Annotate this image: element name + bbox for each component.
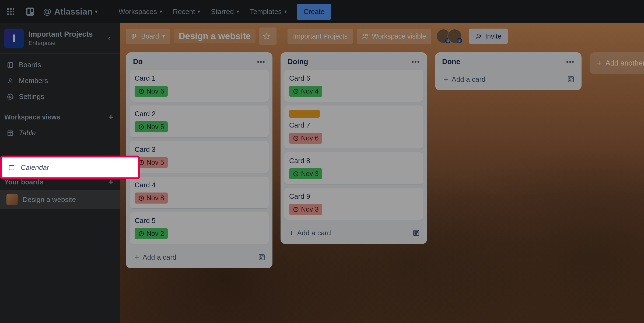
user-plus-icon: [475, 33, 482, 39]
chevron-down-icon: ▾: [162, 33, 165, 39]
svg-rect-35: [415, 232, 418, 233]
card[interactable]: Card 4 Nov 8: [130, 177, 269, 208]
visibility-label: Workspace visible: [372, 32, 426, 40]
template-icon: [413, 229, 420, 236]
list-title[interactable]: Doing: [288, 58, 308, 66]
sidebar-item-members[interactable]: Members: [0, 73, 120, 89]
nav-templates-label: Templates: [250, 8, 282, 16]
clock-icon: [138, 231, 144, 237]
svg-rect-14: [134, 34, 135, 37]
board-icon: [131, 33, 138, 39]
card[interactable]: Card 8 Nov 3: [284, 152, 423, 184]
chevron-down-icon: ▾: [160, 9, 162, 15]
visibility-button[interactable]: Workspace visible: [357, 29, 431, 44]
sidebar-item-label: Calendar: [21, 163, 49, 172]
list-title[interactable]: Do: [133, 58, 143, 66]
star-board-button[interactable]: [259, 28, 276, 45]
avatar[interactable]: ≡: [447, 29, 462, 43]
list: Do ••• Card 1 Nov 6 Card 2 Nov 5 Card 3 …: [126, 52, 272, 268]
gear-icon: [6, 93, 14, 101]
add-card-button[interactable]: +Add a card: [441, 73, 488, 86]
list-header: Do •••: [130, 57, 269, 70]
svg-rect-38: [569, 78, 572, 79]
card-template-button[interactable]: [257, 252, 267, 262]
chevron-left-icon: [107, 36, 112, 41]
board-header: Board ▾ Design a website Important Proje…: [120, 23, 644, 49]
sidebar-collapse-button[interactable]: [104, 33, 115, 44]
clock-icon: [293, 171, 299, 177]
card[interactable]: Card 3 Nov 5: [130, 141, 269, 173]
card[interactable]: Card 9 Nov 3: [284, 188, 423, 220]
card-template-button[interactable]: [566, 74, 576, 84]
list-header: Doing •••: [284, 57, 423, 70]
card-template-button[interactable]: [411, 228, 421, 238]
table-icon: [6, 129, 14, 137]
add-card-button[interactable]: +Add a card: [286, 226, 334, 240]
board-view-switcher[interactable]: Board ▾: [126, 29, 170, 44]
svg-rect-28: [260, 256, 263, 257]
top-navbar: @Atlassian ▾ Workspaces▾ Recent▾ Starred…: [0, 0, 644, 23]
board-icon: [6, 61, 14, 69]
brand-switcher[interactable]: @Atlassian ▾: [43, 7, 97, 17]
svg-point-2: [9, 79, 11, 81]
sidebar-item-label: Table: [19, 129, 36, 137]
list: Done ••• +Add a card: [435, 52, 582, 90]
card-title: Card 7: [289, 121, 418, 129]
list-menu-button[interactable]: •••: [412, 58, 420, 66]
clock-icon: [138, 124, 144, 130]
due-date-badge: Nov 3: [289, 204, 322, 215]
sidebar-item-label: Design a website: [23, 195, 76, 204]
workspace-name: Important Projects: [29, 30, 104, 39]
card[interactable]: Card 2 Nov 5: [130, 105, 269, 137]
list-title[interactable]: Done: [442, 58, 460, 66]
create-button[interactable]: Create: [297, 4, 331, 20]
chevron-down-icon: ▾: [198, 9, 200, 15]
add-card-button[interactable]: +Add a card: [132, 250, 179, 264]
card[interactable]: Card 1 Nov 6: [130, 70, 269, 102]
board-members[interactable]: ≡ ≡: [436, 29, 462, 43]
star-icon: [263, 33, 270, 40]
workspace-link[interactable]: Important Projects: [288, 29, 353, 44]
nav-recent[interactable]: Recent▾: [169, 4, 204, 20]
sidebar-item-table[interactable]: Table: [0, 125, 120, 141]
workspace-tier: Enterprise: [29, 40, 104, 47]
sidebar-item-label: Boards: [19, 61, 41, 69]
workspace-badge: I: [4, 29, 24, 48]
trello-logo-icon[interactable]: [24, 5, 37, 18]
brand-label: Atlassian: [54, 7, 92, 17]
svg-rect-39: [569, 80, 571, 81]
list-footer: +Add a card: [130, 248, 269, 264]
sidebar-item-boards[interactable]: Boards: [0, 57, 120, 73]
sidebar-item-settings[interactable]: Settings: [0, 89, 120, 105]
nav-workspaces[interactable]: Workspaces▾: [115, 4, 166, 20]
invite-button[interactable]: Invite: [469, 29, 508, 44]
sidebar-item-calendar-highlighted[interactable]: Calendar: [0, 156, 140, 179]
add-list-button[interactable]: +Add another list: [590, 52, 644, 74]
svg-marker-16: [264, 33, 270, 39]
card-title: Card 3: [135, 145, 264, 154]
workspace-views-heading: Workspace views +: [0, 108, 120, 125]
chevron-down-icon: ▾: [95, 9, 97, 15]
list-menu-button[interactable]: •••: [566, 58, 575, 66]
svg-rect-40: [9, 166, 14, 170]
board-thumbnail: [6, 194, 18, 205]
nav-starred[interactable]: Starred▾: [207, 4, 243, 20]
card-label: [289, 110, 320, 118]
due-date-badge: Nov 6: [135, 86, 168, 97]
add-view-button[interactable]: +: [106, 112, 116, 122]
clock-icon: [293, 135, 299, 141]
card[interactable]: Card 7 Nov 6: [284, 105, 423, 149]
due-date-badge: Nov 3: [289, 168, 322, 179]
svg-rect-36: [415, 233, 417, 234]
nav-templates[interactable]: Templates▾: [246, 4, 291, 20]
list-menu-button[interactable]: •••: [257, 58, 265, 66]
list-footer: +Add a card: [439, 70, 578, 87]
card[interactable]: Card 5 Nov 2: [130, 212, 269, 244]
apps-switcher-icon[interactable]: [4, 5, 17, 18]
card[interactable]: Card 6 Nov 4: [284, 70, 423, 102]
svg-rect-15: [136, 34, 137, 36]
separator: [282, 30, 282, 42]
board-title[interactable]: Design a website: [174, 29, 256, 43]
view-label: Board: [141, 32, 159, 40]
sidebar-board-item[interactable]: Design a website: [0, 190, 120, 209]
